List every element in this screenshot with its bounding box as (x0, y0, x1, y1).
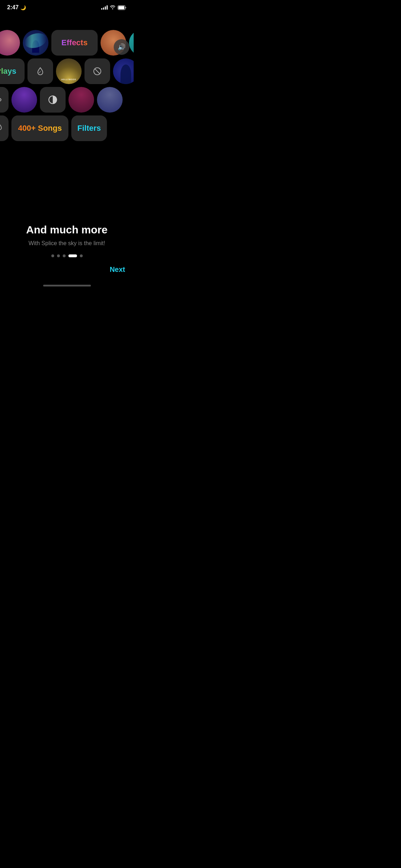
contrast-icon-item[interactable] (40, 87, 66, 113)
drops-icon-item[interactable] (0, 115, 9, 141)
sound-button[interactable]: 🔊 (114, 39, 129, 55)
grid-row-1: Effects (0, 30, 134, 56)
main-subtitle: With Splice the sky is the limit! (29, 240, 105, 247)
circle-singer (68, 87, 94, 113)
drop-icon-item[interactable] (27, 58, 53, 84)
status-left: 2:47 🌙 (7, 4, 26, 11)
filters-pill[interactable]: Filters (71, 115, 107, 141)
circle-hat-person (97, 87, 123, 113)
slash-icon-item[interactable] (84, 58, 110, 84)
status-right (101, 5, 127, 10)
drop-icon (35, 66, 45, 76)
svg-rect-1 (118, 6, 124, 9)
moon-icon: 🌙 (20, 5, 26, 10)
circle-purple-person (11, 87, 37, 113)
effects-pill[interactable]: Effects (51, 30, 98, 56)
battery-icon (118, 5, 127, 10)
grid-row-4: 400+ Songs Filters (0, 115, 134, 141)
grid-row-3 (0, 87, 134, 113)
dot-5[interactable] (80, 254, 83, 257)
dot-1[interactable] (51, 254, 54, 257)
loop-icon-item[interactable] (0, 87, 9, 113)
songs-pill[interactable]: 400+ Songs (11, 115, 68, 141)
effects-label: Effects (61, 38, 87, 47)
circle-hollywood: HOLLYWOOD (56, 58, 82, 84)
main-content: And much more With Splice the sky is the… (0, 224, 134, 247)
sound-icon: 🔊 (118, 43, 125, 51)
slash-icon (92, 66, 102, 76)
svg-line-3 (95, 69, 100, 74)
dot-2[interactable] (57, 254, 60, 257)
home-indicator (43, 285, 91, 286)
overlays-label: erlays (0, 67, 16, 76)
grid-row-2: erlays HOLLYWOOD (0, 58, 134, 84)
circle-teal (129, 30, 134, 56)
time-display: 2:47 (7, 4, 19, 11)
next-button[interactable]: Next (110, 265, 125, 274)
songs-label: 400+ Songs (18, 124, 62, 133)
status-bar: 2:47 🌙 (0, 0, 134, 12)
contrast-icon (47, 94, 58, 105)
dot-4-active[interactable] (68, 254, 77, 257)
overlays-pill[interactable]: erlays (0, 58, 25, 84)
drops-icon (0, 123, 3, 133)
dot-3[interactable] (63, 254, 66, 257)
circle-item (0, 30, 20, 56)
svg-point-4 (0, 98, 1, 102)
main-title: And much more (26, 224, 107, 236)
circle-blue-person (113, 58, 134, 84)
filters-label: Filters (77, 124, 101, 133)
wifi-icon (110, 5, 115, 10)
circle-aurora (23, 30, 48, 56)
signal-icon (101, 5, 108, 10)
pagination-dots (0, 254, 134, 257)
loop-icon (0, 95, 2, 104)
